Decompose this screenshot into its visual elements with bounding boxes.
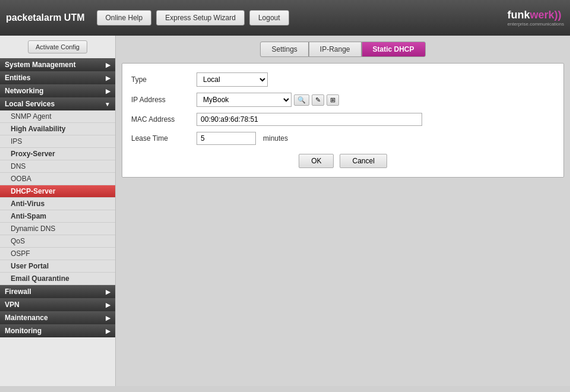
- main-content: Settings IP-Range Static DHCP Type Local…: [116, 36, 570, 386]
- sidebar-item-networking[interactable]: Networking ▶: [0, 84, 115, 97]
- brand-logo: packetalarm UTM: [6, 12, 85, 23]
- ip-address-control: MyBook 🔍 ✎ ⊞: [197, 93, 555, 107]
- activate-config-button[interactable]: Activate Config: [28, 40, 87, 53]
- form-buttons: OK Cancel: [131, 154, 555, 168]
- sidebar-item-snmp-agent[interactable]: SNMP Agent: [0, 110, 115, 123]
- mac-address-row: MAC Address: [131, 113, 555, 126]
- sidebar-item-qos[interactable]: QoS: [0, 235, 115, 248]
- ip-address-row: IP Address MyBook 🔍 ✎ ⊞: [131, 93, 555, 107]
- sidebar-section-label: Networking: [5, 87, 43, 95]
- sidebar-item-user-portal[interactable]: User Portal: [0, 260, 115, 273]
- sidebar-section-label: Entities: [5, 74, 30, 82]
- sidebar-item-anti-spam[interactable]: Anti-Spam: [0, 210, 115, 223]
- sidebar-item-email-quarantine[interactable]: Email Quarantine: [0, 273, 115, 285]
- sidebar-item-system-management[interactable]: System Management ▶: [0, 58, 115, 71]
- lease-time-input[interactable]: [197, 132, 256, 145]
- chevron-right-icon: ▶: [106, 302, 110, 308]
- lease-time-control: minutes: [197, 132, 555, 145]
- sidebar-item-proxy-server[interactable]: Proxy-Server: [0, 148, 115, 160]
- sidebar-section-label: System Management: [5, 61, 75, 69]
- mac-address-label: MAC Address: [131, 115, 197, 124]
- ip-address-label: IP Address: [131, 96, 197, 104]
- sidebar: Activate Config System Management ▶ Enti…: [0, 36, 116, 386]
- chevron-right-icon: ▶: [106, 289, 110, 295]
- header: packetalarm UTM Online Help Express Setu…: [0, 0, 570, 36]
- sidebar-section-label: Maintenance: [5, 314, 48, 322]
- sidebar-item-anti-virus[interactable]: Anti-Virus: [0, 198, 115, 210]
- lease-time-row: Lease Time minutes: [131, 132, 555, 145]
- chevron-right-icon: ▶: [106, 315, 110, 321]
- nav-buttons: Online Help Express Setup Wizard Logout: [97, 10, 508, 26]
- express-setup-wizard-button[interactable]: Express Setup Wizard: [156, 10, 245, 26]
- sidebar-item-ooba[interactable]: OOBA: [0, 173, 115, 185]
- type-label: Type: [131, 75, 197, 84]
- sidebar-section-label: Firewall: [5, 287, 31, 296]
- form-panel: Type Local IP Address MyBook 🔍 ✎ ⊞: [122, 63, 564, 178]
- ip-edit-button[interactable]: ✎: [312, 94, 324, 106]
- type-control: Local: [197, 72, 555, 87]
- sidebar-item-dns[interactable]: DNS: [0, 160, 115, 173]
- type-select[interactable]: Local: [197, 72, 268, 87]
- sidebar-item-dhcp-server[interactable]: DHCP-Server: [0, 185, 115, 198]
- layout: Activate Config System Management ▶ Enti…: [0, 36, 570, 386]
- chevron-right-icon: ▶: [106, 75, 110, 81]
- sidebar-item-firewall[interactable]: Firewall ▶: [0, 285, 115, 298]
- sidebar-item-local-services[interactable]: Local Services ▼: [0, 97, 115, 110]
- lease-time-label: Lease Time: [131, 134, 197, 143]
- sidebar-item-monitoring[interactable]: Monitoring ▶: [0, 324, 115, 337]
- logout-button[interactable]: Logout: [249, 10, 289, 26]
- mac-address-control: [197, 113, 555, 126]
- chevron-right-icon: ▶: [106, 328, 110, 334]
- sidebar-section-label: VPN: [5, 301, 20, 309]
- tab-ip-range[interactable]: IP-Range: [309, 42, 362, 57]
- sidebar-section-label: Monitoring: [5, 327, 42, 335]
- funkwerk-logo: funkwerk)) enterprise.communications: [507, 9, 564, 27]
- chevron-right-icon: ▶: [106, 88, 110, 94]
- tab-bar: Settings IP-Range Static DHCP: [122, 42, 564, 57]
- tab-settings[interactable]: Settings: [260, 42, 308, 57]
- online-help-button[interactable]: Online Help: [97, 10, 152, 26]
- chevron-right-icon: ▶: [106, 62, 110, 68]
- sidebar-item-ospf[interactable]: OSPF: [0, 248, 115, 260]
- sidebar-item-vpn[interactable]: VPN ▶: [0, 298, 115, 311]
- lease-time-unit: minutes: [263, 134, 288, 143]
- ip-add-button[interactable]: ⊞: [327, 94, 339, 106]
- chevron-down-icon: ▼: [104, 101, 110, 108]
- cancel-button[interactable]: Cancel: [340, 154, 387, 168]
- sidebar-item-high-availability[interactable]: High Availability: [0, 123, 115, 135]
- sidebar-item-ips[interactable]: IPS: [0, 135, 115, 148]
- type-row: Type Local: [131, 72, 555, 87]
- ip-address-select[interactable]: MyBook: [197, 93, 292, 107]
- ip-search-button[interactable]: 🔍: [294, 94, 309, 106]
- mac-address-input[interactable]: [197, 113, 422, 126]
- sidebar-section-label: Local Services: [5, 100, 55, 108]
- sidebar-item-entities[interactable]: Entities ▶: [0, 71, 115, 84]
- ok-button[interactable]: OK: [299, 154, 334, 168]
- tab-static-dhcp[interactable]: Static DHCP: [362, 42, 426, 57]
- bottom-text: Dobbiamo semplicemente specificare il MA…: [0, 386, 570, 392]
- sidebar-item-dynamic-dns[interactable]: Dynamic DNS: [0, 223, 115, 235]
- sidebar-item-maintenance[interactable]: Maintenance ▶: [0, 311, 115, 324]
